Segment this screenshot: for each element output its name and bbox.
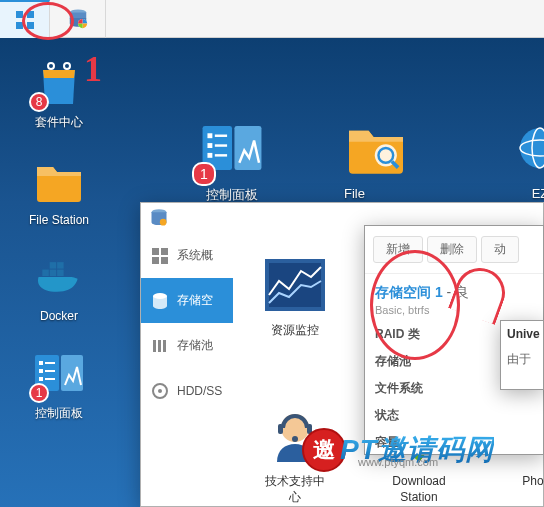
svg-rect-12: [57, 262, 64, 269]
svg-rect-15: [39, 369, 43, 373]
svg-rect-0: [16, 11, 23, 18]
svg-rect-1: [27, 11, 34, 18]
svg-rect-28: [234, 126, 261, 170]
desktop-icon-label: Docker: [40, 309, 78, 323]
svg-rect-40: [161, 257, 168, 264]
taskbar-storage-button[interactable]: [50, 0, 106, 38]
svg-rect-53: [307, 424, 312, 434]
badge: 1: [29, 383, 49, 403]
sidebar-item-label: HDD/SS: [177, 384, 222, 398]
svg-rect-3: [27, 22, 34, 29]
window-sidebar: 系统概 存储空 存储池 HDD/SS: [141, 233, 233, 413]
svg-rect-2: [16, 22, 23, 29]
desktop-icon-label: 套件中心: [35, 114, 83, 131]
svg-point-54: [292, 436, 298, 442]
svg-point-36: [160, 219, 167, 226]
svg-rect-10: [57, 270, 64, 277]
svg-rect-9: [50, 270, 57, 277]
svg-rect-37: [152, 248, 159, 255]
database-icon: [149, 208, 169, 228]
apps-grid-icon: [15, 10, 35, 30]
svg-rect-18: [45, 370, 55, 372]
svg-rect-22: [207, 133, 212, 138]
sidebar-item-storage-space[interactable]: 存储空: [141, 278, 233, 323]
desktop-icon-label: 控制面板: [35, 405, 83, 422]
content-icon-label: 资源监控: [271, 323, 319, 339]
svg-point-6: [48, 63, 54, 69]
chart-icon: [263, 257, 327, 313]
delete-button[interactable]: 删除: [427, 236, 477, 263]
svg-rect-26: [215, 144, 227, 146]
detail-row-capacity: 容量: [375, 434, 533, 451]
sidebar-item-label: 存储池: [177, 337, 213, 354]
taskbar: [0, 0, 544, 38]
svg-rect-20: [61, 355, 83, 391]
support-agent-icon: [265, 406, 325, 466]
new-button[interactable]: 新增: [373, 236, 423, 263]
badge: 1: [192, 162, 216, 186]
sidebar-item-label: 系统概: [177, 247, 213, 264]
svg-rect-38: [161, 248, 168, 255]
desktop-icon-package-center[interactable]: 8 套件中心: [14, 56, 104, 131]
svg-rect-43: [158, 340, 161, 352]
svg-rect-23: [207, 143, 212, 148]
svg-rect-24: [207, 153, 212, 158]
svg-rect-44: [163, 340, 166, 352]
folder-icon: [33, 159, 85, 203]
dashboard-icon: [151, 247, 169, 265]
desktop-icons-column: 8 套件中心 File Station Docker 1 控制面板: [14, 56, 104, 446]
globe-icon: [518, 121, 544, 175]
storage-volume-title: 存储空间 1 - 良: [375, 284, 533, 302]
svg-rect-14: [39, 361, 43, 365]
svg-rect-27: [215, 154, 227, 156]
sidebar-item-hdd-ssd[interactable]: HDD/SS: [141, 368, 233, 413]
docker-whale-icon: [33, 255, 85, 299]
bars-icon: [151, 337, 169, 355]
taskbar-apps-button[interactable]: [0, 0, 50, 38]
svg-rect-52: [278, 424, 283, 434]
svg-rect-19: [45, 378, 55, 380]
desktop-icon-control-panel[interactable]: 1 控制面板: [14, 347, 104, 422]
popup-line2: 由于: [507, 351, 537, 368]
svg-rect-16: [39, 377, 43, 381]
storage-detail-toolbar: 新增 删除 动: [365, 226, 543, 274]
content-icon-label: Download Station: [387, 474, 451, 505]
content-icon-support[interactable]: 技术支持中心: [263, 404, 327, 505]
svg-rect-11: [50, 262, 57, 269]
content-icon-resource-monitor[interactable]: 资源监控: [263, 253, 327, 354]
folder-search-icon: [344, 121, 408, 175]
detail-row-status: 状态: [375, 407, 533, 424]
svg-rect-39: [152, 257, 159, 264]
svg-rect-17: [45, 362, 55, 364]
svg-rect-8: [42, 270, 49, 277]
sidebar-item-storage-pool[interactable]: 存储池: [141, 323, 233, 368]
svg-rect-42: [153, 340, 156, 352]
svg-rect-25: [215, 135, 227, 137]
desktop-icon-file-station[interactable]: File Station: [14, 155, 104, 227]
badge: 8: [29, 92, 49, 112]
sidebar-item-label: 存储空: [177, 292, 213, 309]
popup-line1: Unive: [507, 327, 537, 341]
svg-point-7: [64, 63, 70, 69]
hdd-icon: [151, 382, 169, 400]
sidebar-item-overview[interactable]: 系统概: [141, 233, 233, 278]
desktop-icon-docker[interactable]: Docker: [14, 251, 104, 323]
main-icon-label: EZ: [532, 186, 544, 201]
popup-universal: Unive 由于: [500, 320, 544, 390]
desktop-icon-label: File Station: [29, 213, 89, 227]
svg-point-46: [158, 389, 162, 393]
database-icon: [67, 8, 89, 30]
disk-icon: [151, 292, 169, 310]
content-icon-label: 技术支持中心: [263, 474, 327, 505]
storage-volume-subtitle: Basic, btrfs: [375, 304, 533, 316]
content-icon-label: Pho: [522, 474, 543, 490]
action-button[interactable]: 动: [481, 236, 519, 263]
